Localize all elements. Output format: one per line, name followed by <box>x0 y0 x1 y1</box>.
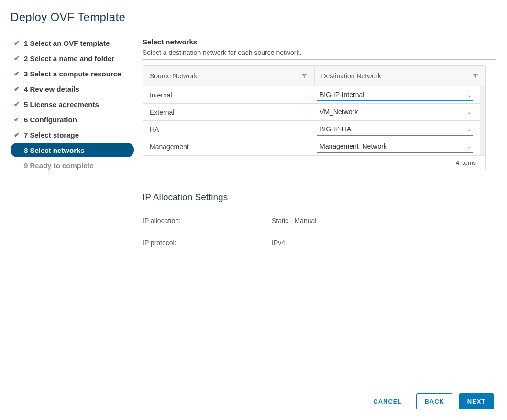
ip-protocol-row: IP protocol: IPv4 <box>143 235 496 250</box>
step-9: ✔ 9 Ready to complete <box>11 158 134 172</box>
destination-network-select[interactable]: Management_Network ⌄ <box>317 140 473 153</box>
wizard-step-sidebar: ✔ 1 Select an OVF template ✔ 2 Select a … <box>11 36 134 257</box>
column-header-source[interactable]: Source Network <box>143 66 314 86</box>
select-value: Management_Network <box>320 142 387 150</box>
check-icon: ✔ <box>12 70 21 77</box>
step-label: 3 Select a compute resource <box>24 70 121 78</box>
destination-network-cell: BIG-IP-Internal ⌄ <box>313 89 480 101</box>
section-heading: Select networks <box>143 38 496 46</box>
select-value: VM_Network <box>320 108 358 116</box>
header-divider <box>11 31 496 31</box>
check-icon: ✔ <box>12 100 21 108</box>
table-footer: 4 items <box>143 155 485 170</box>
step-7[interactable]: ✔ 7 Select storage <box>11 128 134 142</box>
step-label: 5 License agreements <box>24 100 99 108</box>
step-label: 9 Ready to complete <box>24 162 94 170</box>
wizard-button-bar: CANCEL BACK NEXT <box>365 393 494 409</box>
chevron-down-icon: ⌄ <box>467 127 471 132</box>
step-label: 2 Select a name and folder <box>24 54 114 63</box>
layout: ✔ 1 Select an OVF template ✔ 2 Select a … <box>11 36 496 257</box>
destination-network-cell: VM_Network ⌄ <box>313 106 480 118</box>
table-scrollbar[interactable] <box>480 86 485 155</box>
step-label: 7 Select storage <box>24 131 79 139</box>
destination-network-select[interactable]: BIG-IP-Internal ⌄ <box>317 89 473 101</box>
ip-allocation-label: IP allocation: <box>143 217 272 225</box>
source-network-cell: HA <box>143 126 313 133</box>
ip-allocation-row: IP allocation: Static - Manual <box>143 213 496 228</box>
step-label: 1 Select an OVF template <box>24 39 110 47</box>
chevron-down-icon: ⌄ <box>467 144 471 149</box>
next-button[interactable]: NEXT <box>459 393 494 409</box>
check-icon: ✔ <box>12 39 21 47</box>
cancel-button[interactable]: CANCEL <box>365 393 409 409</box>
select-value: BIG-IP-HA <box>320 125 351 133</box>
page-title: Deploy OVF Template <box>11 11 496 24</box>
section-divider <box>143 59 496 60</box>
step-label: 6 Configuration <box>24 116 77 124</box>
filter-icon[interactable] <box>472 73 479 79</box>
destination-network-cell: BIG-IP-HA ⌄ <box>313 123 480 136</box>
check-icon: ✔ <box>12 116 21 123</box>
destination-network-cell: Management_Network ⌄ <box>313 140 480 153</box>
table-item-count: 4 items <box>456 159 476 166</box>
column-header-destination[interactable]: Destination Network <box>314 66 486 86</box>
step-2[interactable]: ✔ 2 Select a name and folder <box>11 51 134 65</box>
step-4[interactable]: ✔ 4 Review details <box>11 82 134 96</box>
step-3[interactable]: ✔ 3 Select a compute resource <box>11 66 134 81</box>
table-body: Internal BIG-IP-Internal ⌄ External VM_N… <box>143 86 485 155</box>
step-1[interactable]: ✔ 1 Select an OVF template <box>11 36 134 50</box>
check-icon: ✔ <box>12 54 21 62</box>
ip-allocation-value: Static - Manual <box>272 217 496 225</box>
step-label: 8 Select networks <box>24 146 85 154</box>
destination-network-select[interactable]: BIG-IP-HA ⌄ <box>317 123 473 136</box>
back-button[interactable]: BACK <box>416 393 452 409</box>
ip-protocol-value: IPv4 <box>272 239 496 247</box>
table-row: Internal BIG-IP-Internal ⌄ <box>143 86 480 104</box>
table-row: HA BIG-IP-HA ⌄ <box>143 121 480 138</box>
check-icon: ✔ <box>12 131 21 139</box>
source-network-cell: Management <box>143 143 313 151</box>
source-network-cell: External <box>143 108 313 116</box>
network-mapping-table: Source Network Destination Network Inter… <box>143 65 486 170</box>
filter-icon[interactable] <box>301 73 308 79</box>
section-description: Select a destination network for each so… <box>143 49 496 56</box>
step-6[interactable]: ✔ 6 Configuration <box>11 112 134 127</box>
column-label: Source Network <box>150 72 301 80</box>
step-8[interactable]: ✔ 8 Select networks <box>11 143 134 157</box>
ip-allocation-heading: IP Allocation Settings <box>143 192 496 203</box>
chevron-down-icon: ⌄ <box>467 92 471 97</box>
source-network-cell: Internal <box>143 91 313 99</box>
chevron-down-icon: ⌄ <box>467 109 471 115</box>
select-value: BIG-IP-Internal <box>320 91 364 98</box>
table-header: Source Network Destination Network <box>143 66 485 86</box>
table-row: Management Management_Network ⌄ <box>143 138 480 155</box>
ip-protocol-label: IP protocol: <box>143 239 272 247</box>
step-label: 4 Review details <box>24 85 79 93</box>
table-row: External VM_Network ⌄ <box>143 104 480 121</box>
step-5[interactable]: ✔ 5 License agreements <box>11 97 134 111</box>
column-label: Destination Network <box>321 72 473 80</box>
check-icon: ✔ <box>12 85 21 93</box>
destination-network-select[interactable]: VM_Network ⌄ <box>317 106 473 118</box>
main-panel: Select networks Select a destination net… <box>143 36 496 257</box>
